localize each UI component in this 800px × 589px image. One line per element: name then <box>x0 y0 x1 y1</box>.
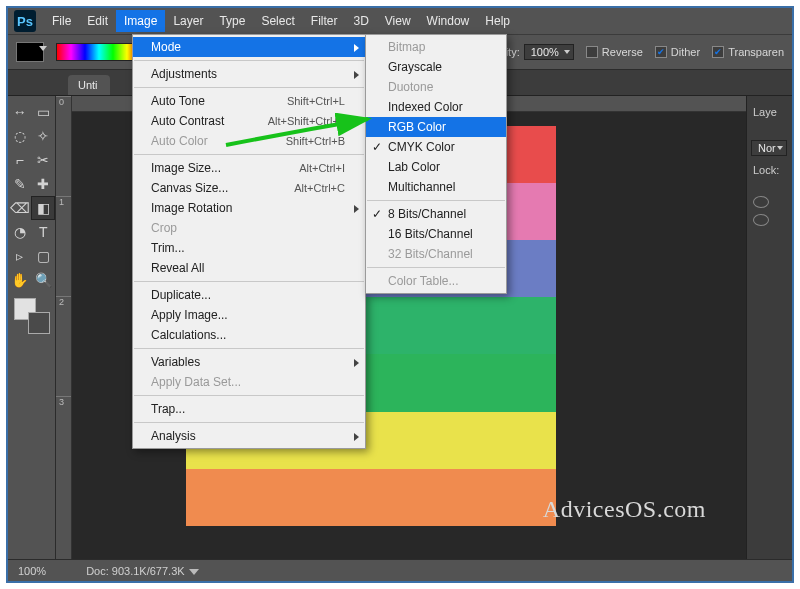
menuitem--bits-channel: 32 Bits/Channel <box>366 244 506 264</box>
menuitem-adjustments[interactable]: Adjustments <box>133 64 365 84</box>
tool-button[interactable]: ▹ <box>8 244 32 268</box>
ruler-mark: 3 <box>56 396 71 496</box>
menuitem-bitmap: Bitmap <box>366 37 506 57</box>
menu-image[interactable]: Image <box>116 10 165 32</box>
menuitem-lab-color[interactable]: Lab Color <box>366 157 506 177</box>
tool-button[interactable]: ◧ <box>31 196 55 220</box>
menuitem-crop: Crop <box>133 218 365 238</box>
menu-separator <box>134 60 364 61</box>
menuitem--bits-channel[interactable]: 16 Bits/Channel <box>366 224 506 244</box>
blend-mode-dropdown[interactable]: Nor <box>751 140 787 156</box>
toolbox: ↔▭◌✧⌐✂✎✚⌫◧◔T▹▢✋🔍 <box>8 96 56 559</box>
checkbox-icon <box>586 46 598 58</box>
menuitem-mode[interactable]: Mode <box>133 37 365 57</box>
tool-button[interactable]: ◌ <box>8 124 32 148</box>
tool-button[interactable]: ⌫ <box>8 196 31 220</box>
tool-button[interactable]: ✧ <box>32 124 56 148</box>
menuitem-variables[interactable]: Variables <box>133 352 365 372</box>
menuitem-grayscale[interactable]: Grayscale <box>366 57 506 77</box>
menu-separator <box>134 154 364 155</box>
menuitem-auto-contrast[interactable]: Auto ContrastAlt+Shift+Ctrl+L <box>133 111 365 131</box>
menu-separator <box>367 267 505 268</box>
tool-button[interactable]: ✚ <box>32 172 56 196</box>
menu-view[interactable]: View <box>377 10 419 32</box>
status-menu-icon[interactable] <box>189 569 199 575</box>
visibility-eye-icon[interactable] <box>753 196 769 208</box>
doc-size-status[interactable]: Doc: 903.1K/677.3K <box>86 565 184 577</box>
image-menu-dropdown: ModeAdjustmentsAuto ToneShift+Ctrl+LAuto… <box>132 34 366 449</box>
menuitem-color-table-: Color Table... <box>366 271 506 291</box>
tool-button[interactable]: ✂ <box>32 148 56 172</box>
ruler-mark: 1 <box>56 196 71 296</box>
document-tab[interactable]: Unti <box>68 75 110 95</box>
checkbox-icon <box>712 46 724 58</box>
menu-separator <box>134 87 364 88</box>
menuitem-duotone: Duotone <box>366 77 506 97</box>
dither-checkbox[interactable]: Dither <box>655 46 700 58</box>
watermark-text: AdvicesOS.com <box>543 496 706 523</box>
menuitem-reveal-all[interactable]: Reveal All <box>133 258 365 278</box>
stripe <box>186 469 556 526</box>
menuitem-trap-[interactable]: Trap... <box>133 399 365 419</box>
mode-submenu: BitmapGrayscaleDuotoneIndexed ColorRGB C… <box>365 34 507 294</box>
menuitem-indexed-color[interactable]: Indexed Color <box>366 97 506 117</box>
tool-button[interactable]: ✎ <box>8 172 32 196</box>
ruler-mark: 0 <box>56 96 71 196</box>
menuitem-apply-data-set-: Apply Data Set... <box>133 372 365 392</box>
status-bar: 100% Doc: 903.1K/677.3K <box>8 559 792 581</box>
menu-edit[interactable]: Edit <box>79 10 116 32</box>
tool-button[interactable]: ◔ <box>8 220 32 244</box>
tool-button[interactable]: ⌐ <box>8 148 32 172</box>
menuitem-trim-[interactable]: Trim... <box>133 238 365 258</box>
menuitem-canvas-size-[interactable]: Canvas Size...Alt+Ctrl+C <box>133 178 365 198</box>
tool-button[interactable]: ▭ <box>32 100 56 124</box>
menu-filter[interactable]: Filter <box>303 10 346 32</box>
ruler-mark: 2 <box>56 296 71 396</box>
visibility-eye-icon[interactable] <box>753 214 769 226</box>
tool-button[interactable]: 🔍 <box>32 268 56 292</box>
reverse-checkbox[interactable]: Reverse <box>586 46 643 58</box>
menu-separator <box>134 281 364 282</box>
opacity-dropdown[interactable]: 100% <box>524 44 574 60</box>
menubar: Ps FileEditImageLayerTypeSelectFilter3DV… <box>8 8 792 34</box>
menuitem--bits-channel[interactable]: 8 Bits/Channel <box>366 204 506 224</box>
menu-select[interactable]: Select <box>253 10 302 32</box>
zoom-level[interactable]: 100% <box>18 565 46 577</box>
menuitem-analysis[interactable]: Analysis <box>133 426 365 446</box>
vertical-ruler: 0123 <box>56 96 72 559</box>
menu-separator <box>367 200 505 201</box>
menu-type[interactable]: Type <box>211 10 253 32</box>
transparency-checkbox[interactable]: Transparen <box>712 46 784 58</box>
menuitem-apply-image-[interactable]: Apply Image... <box>133 305 365 325</box>
menuitem-multichannel[interactable]: Multichannel <box>366 177 506 197</box>
menu-help[interactable]: Help <box>477 10 518 32</box>
gradient-preset-swatch[interactable] <box>56 43 142 61</box>
layers-panel: Laye Nor Lock: <box>746 96 792 559</box>
tool-button[interactable]: ✋ <box>8 268 32 292</box>
tool-button[interactable]: ▢ <box>32 244 56 268</box>
menu-separator <box>134 348 364 349</box>
menu-3d[interactable]: 3D <box>345 10 376 32</box>
menuitem-auto-color: Auto ColorShift+Ctrl+B <box>133 131 365 151</box>
background-swatch[interactable] <box>28 312 50 334</box>
app-logo: Ps <box>14 10 36 32</box>
menu-window[interactable]: Window <box>419 10 478 32</box>
menuitem-cmyk-color[interactable]: CMYK Color <box>366 137 506 157</box>
tool-button[interactable]: T <box>32 220 56 244</box>
menu-layer[interactable]: Layer <box>165 10 211 32</box>
menuitem-image-rotation[interactable]: Image Rotation <box>133 198 365 218</box>
menuitem-duplicate-[interactable]: Duplicate... <box>133 285 365 305</box>
menuitem-auto-tone[interactable]: Auto ToneShift+Ctrl+L <box>133 91 365 111</box>
menuitem-calculations-[interactable]: Calculations... <box>133 325 365 345</box>
menuitem-rgb-color[interactable]: RGB Color <box>366 117 506 137</box>
menu-separator <box>134 395 364 396</box>
menuitem-image-size-[interactable]: Image Size...Alt+Ctrl+I <box>133 158 365 178</box>
layers-panel-title: Laye <box>751 102 788 122</box>
menu-separator <box>134 422 364 423</box>
lock-label: Lock: <box>751 160 788 180</box>
checkbox-icon <box>655 46 667 58</box>
menu-file[interactable]: File <box>44 10 79 32</box>
tool-button[interactable]: ↔ <box>8 100 32 124</box>
foreground-color-swatch[interactable] <box>16 42 44 62</box>
